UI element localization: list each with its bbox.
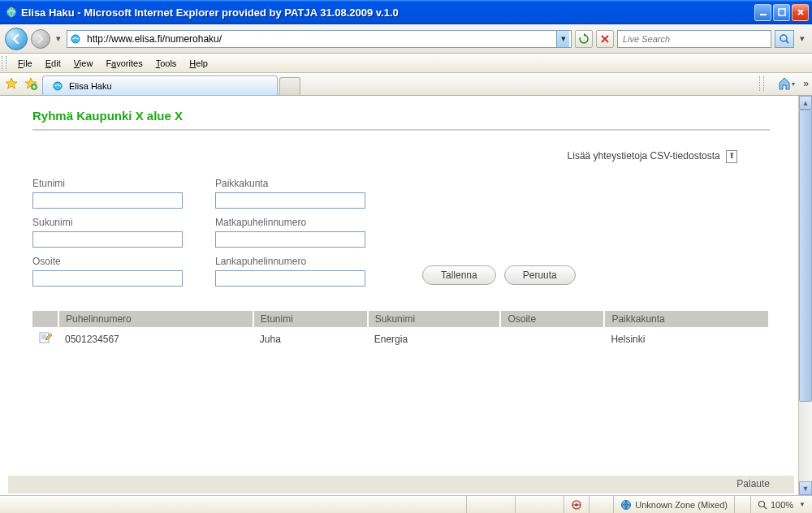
back-button[interactable] xyxy=(5,28,28,50)
scroll-thumb[interactable] xyxy=(799,110,812,402)
status-privacy-icon[interactable] xyxy=(564,496,589,513)
lankapuhelinnumero-input[interactable] xyxy=(215,270,365,287)
address-bar[interactable]: ▾ xyxy=(67,30,572,48)
status-bar: Unknown Zone (Mixed) 100% ▼ xyxy=(0,495,812,513)
cell-last: Energia xyxy=(368,327,501,351)
paikkakunta-input[interactable] xyxy=(215,192,365,209)
sukunimi-input[interactable] xyxy=(32,231,183,248)
cell-phone: 0501234567 xyxy=(58,327,253,351)
stop-button[interactable] xyxy=(596,30,614,48)
search-button[interactable] xyxy=(775,30,794,48)
nav-history-dropdown[interactable]: ▾ xyxy=(54,33,63,44)
globe-icon xyxy=(620,499,632,511)
cell-first: Juha xyxy=(253,327,368,351)
content-area: Ryhmä Kaupunki X alue X Lisää yhteystiet… xyxy=(0,96,812,495)
cell-city: Helsinki xyxy=(604,327,769,351)
minimize-button[interactable] xyxy=(754,4,771,21)
forward-button[interactable] xyxy=(31,29,50,49)
scroll-up-button[interactable]: ▲ xyxy=(799,96,812,110)
tab-bar: Elisa Haku ▾ » xyxy=(0,73,812,96)
table-header-row: Puhelinnumero Etunimi Sukunimi Osoite Pa… xyxy=(32,311,769,327)
col-phone: Puhelinnumero xyxy=(58,311,253,327)
contact-form: Etunimi Sukunimi Osoite Paikkakunta Matk… xyxy=(32,170,770,303)
refresh-button[interactable] xyxy=(575,30,593,48)
ie-icon xyxy=(5,6,18,19)
lanka-label: Lankapuhelinnumero xyxy=(215,256,365,267)
matka-label: Matkapuhelinnumero xyxy=(215,217,365,228)
zoom-icon xyxy=(758,500,767,510)
upload-icon xyxy=(726,150,737,163)
status-cell-empty2 xyxy=(515,496,564,513)
page-body: Ryhmä Kaupunki X alue X Lisää yhteystiet… xyxy=(8,97,794,494)
status-protected-mode[interactable] xyxy=(734,496,750,513)
feedback-link[interactable]: Palaute xyxy=(736,478,770,489)
page-heading: Ryhmä Kaupunki X alue X xyxy=(32,109,770,131)
search-box[interactable] xyxy=(617,30,771,48)
save-button[interactable]: Tallenna xyxy=(422,265,496,285)
svg-point-12 xyxy=(758,501,764,507)
csv-import-label: Lisää yhteystietoja CSV-tiedostosta xyxy=(568,150,720,162)
edit-row-icon[interactable] xyxy=(39,331,52,344)
status-cell-empty3 xyxy=(589,496,613,513)
cancel-button[interactable]: Peruuta xyxy=(504,265,576,285)
cell-address xyxy=(500,327,604,351)
status-zoom-text: 100% xyxy=(771,500,793,510)
csv-import-link[interactable]: Lisää yhteystietoja CSV-tiedostosta xyxy=(568,150,737,162)
svg-rect-2 xyxy=(760,14,767,15)
col-edit xyxy=(32,311,58,327)
col-address: Osoite xyxy=(500,311,604,327)
svg-rect-3 xyxy=(779,9,785,15)
paikkakunta-label: Paikkakunta xyxy=(215,178,365,189)
toolbar-grip-right[interactable] xyxy=(759,76,764,91)
toolbar-grip[interactable] xyxy=(2,56,6,71)
status-zone-text: Unknown Zone (Mixed) xyxy=(635,500,728,510)
tab-favicon xyxy=(51,80,64,93)
osoite-input[interactable] xyxy=(32,270,183,287)
status-cell-empty1 xyxy=(466,496,515,513)
search-dropdown[interactable]: ▾ xyxy=(797,33,807,44)
sukunimi-label: Sukunimi xyxy=(32,217,183,228)
address-dropdown[interactable]: ▾ xyxy=(556,31,569,47)
maximize-button[interactable] xyxy=(773,4,790,21)
scroll-down-button[interactable]: ▼ xyxy=(799,481,812,495)
new-tab-button[interactable] xyxy=(279,77,300,95)
window-titlebar: Elisa Haku - Microsoft Internet Explorer… xyxy=(0,0,812,24)
menu-bar: FFileile Edit View Favorites Tools Help xyxy=(0,54,812,73)
menu-view[interactable]: View xyxy=(67,56,100,71)
menu-help[interactable]: Help xyxy=(183,56,214,71)
svg-point-5 xyxy=(780,35,787,41)
home-button[interactable]: ▾ xyxy=(774,75,798,93)
menu-edit[interactable]: Edit xyxy=(39,56,67,71)
address-input[interactable] xyxy=(85,33,556,45)
search-input[interactable] xyxy=(618,34,771,44)
page-favicon xyxy=(69,32,82,45)
contacts-table: Puhelinnumero Etunimi Sukunimi Osoite Pa… xyxy=(32,311,770,351)
favorites-star-button[interactable] xyxy=(3,75,19,92)
col-city: Paikkakunta xyxy=(604,311,769,327)
etunimi-input[interactable] xyxy=(32,192,183,209)
osoite-label: Osoite xyxy=(32,256,183,267)
col-first: Etunimi xyxy=(253,311,368,327)
etunimi-label: Etunimi xyxy=(32,178,183,189)
menu-file[interactable]: FFileile xyxy=(11,56,39,71)
menu-favorites[interactable]: Favorites xyxy=(99,56,149,71)
feedback-bar: Palaute xyxy=(8,476,794,494)
close-button[interactable] xyxy=(792,4,809,21)
add-favorite-button[interactable] xyxy=(23,75,39,92)
tab-title: Elisa Haku xyxy=(69,81,112,91)
window-title: Elisa Haku - Microsoft Internet Explorer… xyxy=(21,6,754,19)
tab-active[interactable]: Elisa Haku xyxy=(42,75,278,95)
status-zoom[interactable]: 100% ▼ xyxy=(750,496,812,513)
matkapuhelinnumero-input[interactable] xyxy=(215,231,365,248)
vertical-scrollbar[interactable]: ▲ ▼ xyxy=(798,96,812,495)
navigation-toolbar: ▾ ▾ ▾ xyxy=(0,24,812,54)
table-row: 0501234567 Juha Energia Helsinki xyxy=(32,327,769,351)
col-last: Sukunimi xyxy=(368,311,501,327)
toolbar-overflow[interactable]: » xyxy=(803,78,809,89)
status-zone[interactable]: Unknown Zone (Mixed) xyxy=(613,496,734,513)
menu-tools[interactable]: Tools xyxy=(149,56,184,71)
